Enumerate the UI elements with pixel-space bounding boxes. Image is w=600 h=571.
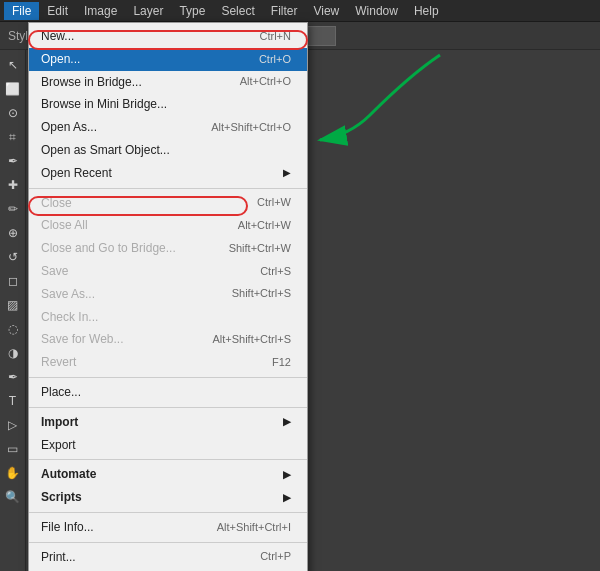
menubar-type[interactable]: Type (171, 2, 213, 20)
menubar-window[interactable]: Window (347, 2, 406, 20)
menu-revert[interactable]: Revert F12 (29, 351, 307, 374)
separator-3 (29, 407, 307, 408)
menu-print[interactable]: Print... Ctrl+P (29, 546, 307, 569)
menubar-image[interactable]: Image (76, 2, 125, 20)
blur-tool[interactable]: ◌ (2, 318, 24, 340)
menu-place[interactable]: Place... (29, 381, 307, 404)
menu-open-recent[interactable]: Open Recent ▶ (29, 162, 307, 185)
select-tool[interactable]: ⬜ (2, 78, 24, 100)
separator-4 (29, 459, 307, 460)
menu-save-web[interactable]: Save for Web... Alt+Shift+Ctrl+S (29, 328, 307, 351)
clone-tool[interactable]: ⊕ (2, 222, 24, 244)
menubar-file[interactable]: File (4, 2, 39, 20)
menu-close-all[interactable]: Close All Alt+Ctrl+W (29, 214, 307, 237)
menu-check-in[interactable]: Check In... (29, 306, 307, 329)
type-tool[interactable]: T (2, 390, 24, 412)
menubar-layer[interactable]: Layer (125, 2, 171, 20)
menubar-view[interactable]: View (305, 2, 347, 20)
eraser-tool[interactable]: ◻ (2, 270, 24, 292)
path-tool[interactable]: ▷ (2, 414, 24, 436)
gradient-tool[interactable]: ▨ (2, 294, 24, 316)
file-menu-dropdown: New... Ctrl+N Open... Ctrl+O Browse in B… (28, 22, 308, 571)
hand-tool[interactable]: ✋ (2, 462, 24, 484)
menu-open-as[interactable]: Open As... Alt+Shift+Ctrl+O (29, 116, 307, 139)
zoom-tool[interactable]: 🔍 (2, 486, 24, 508)
menu-close-go-bridge[interactable]: Close and Go to Bridge... Shift+Ctrl+W (29, 237, 307, 260)
menu-browse-bridge[interactable]: Browse in Bridge... Alt+Ctrl+O (29, 71, 307, 94)
submenu-arrow-recent: ▶ (283, 166, 291, 180)
menu-file-info[interactable]: File Info... Alt+Shift+Ctrl+I (29, 516, 307, 539)
shape-tool[interactable]: ▭ (2, 438, 24, 460)
healing-tool[interactable]: ✚ (2, 174, 24, 196)
menu-new[interactable]: New... Ctrl+N (29, 25, 307, 48)
toolbox: ↖ ⬜ ⊙ ⌗ ✒ ✚ ✏ ⊕ ↺ ◻ ▨ ◌ ◑ ✒ T ▷ ▭ ✋ 🔍 (0, 50, 26, 571)
separator-6 (29, 542, 307, 543)
crop-tool[interactable]: ⌗ (2, 126, 24, 148)
dodge-tool[interactable]: ◑ (2, 342, 24, 364)
submenu-arrow-import: ▶ (283, 415, 291, 429)
lasso-tool[interactable]: ⊙ (2, 102, 24, 124)
menu-scripts[interactable]: Scripts ▶ (29, 486, 307, 509)
menu-close[interactable]: Close Ctrl+W (29, 192, 307, 215)
menubar-select[interactable]: Select (213, 2, 262, 20)
menubar: File Edit Image Layer Type Select Filter… (0, 0, 600, 22)
menu-browse-mini-bridge[interactable]: Browse in Mini Bridge... (29, 93, 307, 116)
separator-1 (29, 188, 307, 189)
menu-save-as[interactable]: Save As... Shift+Ctrl+S (29, 283, 307, 306)
menu-save[interactable]: Save Ctrl+S (29, 260, 307, 283)
submenu-arrow-automate: ▶ (283, 468, 291, 482)
menubar-filter[interactable]: Filter (263, 2, 306, 20)
menu-automate[interactable]: Automate ▶ (29, 463, 307, 486)
pen-tool[interactable]: ✒ (2, 366, 24, 388)
history-tool[interactable]: ↺ (2, 246, 24, 268)
menu-import[interactable]: Import ▶ (29, 411, 307, 434)
separator-5 (29, 512, 307, 513)
submenu-arrow-scripts: ▶ (283, 491, 291, 505)
menubar-help[interactable]: Help (406, 2, 447, 20)
menu-export[interactable]: Export (29, 434, 307, 457)
brush-tool[interactable]: ✏ (2, 198, 24, 220)
separator-2 (29, 377, 307, 378)
move-tool[interactable]: ↖ (2, 54, 24, 76)
menu-open-smart-object[interactable]: Open as Smart Object... (29, 139, 307, 162)
menubar-edit[interactable]: Edit (39, 2, 76, 20)
eyedropper-tool[interactable]: ✒ (2, 150, 24, 172)
menu-open[interactable]: Open... Ctrl+O (29, 48, 307, 71)
